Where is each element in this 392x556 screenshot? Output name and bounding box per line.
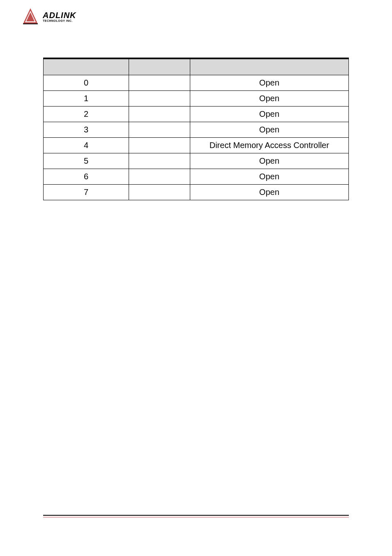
table-cell: 4: [44, 137, 129, 153]
logo-sub: TECHNOLOGY INC.: [43, 19, 76, 22]
table-cell: Open: [190, 122, 348, 137]
table-cell: 6: [44, 169, 129, 184]
table-row: 2 Open: [44, 106, 349, 122]
table-row: 5 Open: [44, 153, 349, 169]
table-cell: 1: [44, 90, 129, 106]
footer-rule: [43, 515, 349, 516]
footer-rule-accent: [43, 517, 349, 517]
table-header-1: [44, 58, 129, 75]
table-cell: [129, 75, 190, 90]
table-row: 7 Open: [44, 184, 349, 200]
table-cell: Open: [190, 169, 348, 184]
table-cell: [129, 106, 190, 122]
table-cell: Open: [190, 75, 348, 90]
logo-main: ADLINK: [43, 11, 76, 19]
table-cell: [129, 169, 190, 184]
dma-table: 0 Open 1 Open 2 Open 3 Open 4: [43, 58, 349, 200]
table-cell: 7: [44, 184, 129, 200]
table-cell: 2: [44, 106, 129, 122]
table-row: 6 Open: [44, 169, 349, 184]
table-header-row: [44, 58, 349, 75]
logo-triangle-icon: [21, 7, 39, 25]
table-cell: Open: [190, 153, 348, 169]
table-cell: [129, 137, 190, 153]
table-cell: Open: [190, 106, 348, 122]
table-cell: [129, 184, 190, 200]
logo-text: ADLINK TECHNOLOGY INC.: [43, 11, 76, 22]
table-cell: [129, 153, 190, 169]
table-row: 3 Open: [44, 122, 349, 137]
main-content: 0 Open 1 Open 2 Open 3 Open 4: [43, 58, 349, 200]
logo: ADLINK TECHNOLOGY INC.: [21, 7, 76, 25]
table-header-2: [129, 58, 190, 75]
table-row: 4 Direct Memory Access Controller: [44, 137, 349, 153]
table-row: 0 Open: [44, 75, 349, 90]
table-cell: 0: [44, 75, 129, 90]
table-header-3: [190, 58, 348, 75]
table-cell: [129, 90, 190, 106]
table-cell: Direct Memory Access Controller: [190, 137, 348, 153]
table-cell: 3: [44, 122, 129, 137]
table-cell: 5: [44, 153, 129, 169]
table-cell: Open: [190, 90, 348, 106]
table-cell: [129, 122, 190, 137]
table-cell: Open: [190, 184, 348, 200]
table-row: 1 Open: [44, 90, 349, 106]
